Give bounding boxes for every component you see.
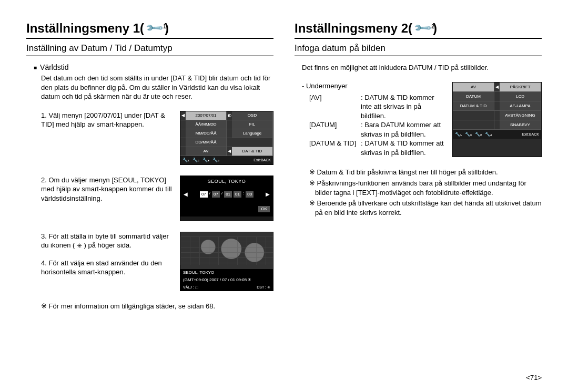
right-column: Inställningsmeny 2( 🔧2 ) Infoga datum på… [295, 21, 542, 311]
intro-text-right: Det finns en möjlighet att inkludera DAT… [295, 63, 542, 73]
step-1-text: 1. Välj menyn [2007/07/01] under [DAT & … [41, 111, 173, 165]
submenu-label: - Undermenyer [295, 82, 445, 90]
camera-screenshot-2: SEOUL, TOKYO ◀ 07/ 07/ 01 01: 00 ▶ OK [180, 176, 273, 221]
worldtime-heading: Världstid [26, 63, 273, 71]
wrench-small-icon: 🔧₄ [212, 158, 219, 162]
wrench-small-icon: 🔧₄ [485, 132, 492, 137]
left-column: Inställningsmeny 1( 🔧1 ) Inställning av … [26, 21, 273, 311]
right-notes: ※ Datum & Tid blir påskrivna längst ner … [295, 168, 542, 218]
camera-screenshot-3: SEOUL, TOKYO (GMT+09:00) 2007 / 07 / 01 … [180, 232, 273, 291]
wrench-small-icon: 🔧₁ [455, 132, 462, 137]
page-number: <71> [526, 374, 542, 381]
step-3-text: 3. För att ställa in byte till sommartid… [41, 232, 173, 250]
wrench-small-icon: 🔧₂ [465, 132, 472, 137]
intro-text-left: Det datum och den tid som ställts in und… [26, 74, 273, 101]
heading-text: Inställningsmeny 2( [295, 21, 412, 36]
wrench-small-icon: 🔧₁ [182, 158, 189, 162]
step-4-text: 4. För att välja en stad använder du den… [41, 259, 173, 277]
wrench-icon: 🔧2 [413, 18, 432, 38]
wrench-small-icon: 🔧₃ [202, 158, 209, 162]
step-2-text: 2. Om du väljer menyn [SEOUL, TOKYO] med… [41, 176, 173, 221]
page-title-left: Inställningsmeny 1( 🔧1 ) [26, 21, 273, 39]
left-footnote: ※ För mer information om tillgängliga st… [33, 302, 273, 311]
wrench-small-icon: 🔧₂ [192, 158, 199, 162]
subtitle-left: Inställning av Datum / Tid / Datumtyp [26, 43, 273, 56]
wrench-icon: 🔧1 [145, 18, 164, 38]
camera-screenshot-1: ◀2007/07/01◐OSD ÅÅ/MM/DDFIL MM/DD/ÅÅLang… [180, 111, 273, 165]
wrench-small-icon: 🔧₃ [475, 132, 482, 137]
options-definition-list: [AV]: DATUM & TID kommer inte att skriva… [295, 93, 445, 158]
sun-icon [77, 243, 82, 249]
heading-text: Inställningsmeny 1( [26, 21, 144, 36]
subtitle-right: Infoga datum på bilden [295, 43, 542, 56]
world-map-graphic [180, 232, 273, 269]
page-title-right: Inställningsmeny 2( 🔧2 ) [295, 21, 542, 39]
camera-screenshot-right: AV◀PÅSKRIFT DATUMLCD DATUM & TIDAF-LAMPA… [452, 82, 542, 158]
